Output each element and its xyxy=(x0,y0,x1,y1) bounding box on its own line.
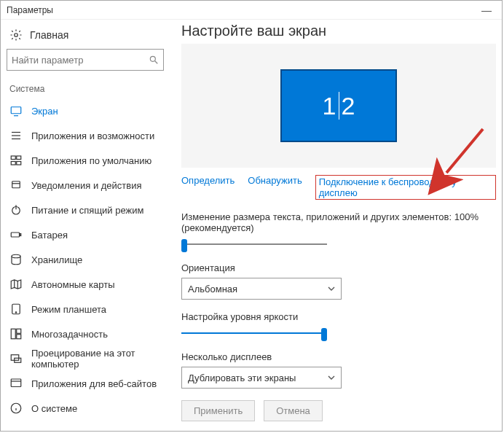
svg-rect-28 xyxy=(11,379,21,387)
sidebar-item-notifications[interactable]: Уведомления и действия xyxy=(7,173,164,198)
monitor-id-right: 2 xyxy=(342,92,355,120)
chevron-down-icon xyxy=(328,374,335,381)
svg-rect-26 xyxy=(11,355,19,361)
chevron-down-icon xyxy=(328,285,335,292)
sidebar-nav: Экран Приложения и возможности Приложени… xyxy=(7,98,164,421)
gear-icon xyxy=(9,28,23,42)
display-icon xyxy=(9,104,23,117)
monitor-id-left: 1 xyxy=(323,92,336,120)
sidebar-item-multitasking[interactable]: Многозадачность xyxy=(7,321,164,346)
svg-point-1 xyxy=(150,56,155,61)
section-label: Система xyxy=(7,81,164,97)
sidebar-item-offline-maps[interactable]: Автономные карты xyxy=(7,272,164,297)
minimize-button[interactable]: — xyxy=(477,4,496,16)
sidebar-item-apps-features[interactable]: Приложения и возможности xyxy=(7,123,164,148)
svg-rect-12 xyxy=(12,182,20,188)
search-icon xyxy=(149,55,159,65)
info-icon xyxy=(9,402,23,415)
battery-icon xyxy=(9,228,23,241)
display-links: Определить Обнаружить Подключение к бесп… xyxy=(181,175,496,200)
sidebar-item-projecting[interactable]: Проецирование на этот компьютер xyxy=(7,346,164,371)
settings-window: Параметры — Главная Систе xyxy=(0,0,503,432)
svg-point-22 xyxy=(15,312,17,313)
orientation-value: Альбомная xyxy=(188,284,237,294)
scale-slider[interactable] xyxy=(181,238,327,251)
apply-button[interactable]: Применить xyxy=(181,400,255,421)
orientation-select[interactable]: Альбомная xyxy=(181,278,342,300)
sidebar-item-display[interactable]: Экран xyxy=(7,98,164,123)
brightness-label: Настройка уровня яркости xyxy=(181,311,496,322)
sidebar-item-tablet-mode[interactable]: Режим планшета xyxy=(7,297,164,321)
page-title: Настройте ваш экран xyxy=(181,20,496,44)
home-label: Главная xyxy=(30,29,68,41)
svg-point-18 xyxy=(12,254,20,258)
svg-line-2 xyxy=(155,61,158,64)
multitask-icon xyxy=(9,327,23,340)
sidebar-item-label: Режим планшета xyxy=(31,304,106,315)
window-title: Параметры xyxy=(7,5,53,15)
svg-rect-17 xyxy=(20,234,21,236)
svg-rect-24 xyxy=(17,329,21,333)
titlebar: Параметры — xyxy=(1,1,502,20)
multi-display-value: Дублировать эти экраны xyxy=(188,372,296,383)
brightness-slider[interactable] xyxy=(181,327,327,340)
svg-rect-16 xyxy=(11,233,19,237)
project-icon xyxy=(9,352,23,365)
sidebar-item-label: Многозадачность xyxy=(31,329,108,340)
sidebar-item-label: Питание и спящий режим xyxy=(31,205,143,216)
svg-rect-11 xyxy=(17,162,21,165)
svg-point-0 xyxy=(15,34,18,37)
sidebar-item-label: Приложения для веб-сайтов xyxy=(31,378,157,389)
sidebar-item-storage[interactable]: Хранилище xyxy=(7,247,164,272)
sidebar-item-label: Батарея xyxy=(31,230,68,241)
detect-link[interactable]: Обнаружить xyxy=(248,175,302,200)
sidebar-item-battery[interactable]: Батарея xyxy=(7,222,164,247)
storage-icon xyxy=(9,253,23,266)
main-panel: Настройте ваш экран 1 2 Определить Обнар… xyxy=(170,20,502,431)
home-button[interactable]: Главная xyxy=(7,24,164,49)
sidebar: Главная Система Экран Приложения и возмо… xyxy=(1,20,170,431)
websites-icon xyxy=(9,377,23,390)
cancel-button[interactable]: Отмена xyxy=(264,400,323,421)
svg-rect-23 xyxy=(11,329,15,339)
svg-rect-9 xyxy=(17,156,21,160)
sidebar-item-apps-for-websites[interactable]: Приложения для веб-сайтов xyxy=(7,371,164,396)
monitor-divider xyxy=(339,92,339,120)
sidebar-item-label: Автономные карты xyxy=(31,279,115,290)
display-preview: 1 2 xyxy=(181,44,496,168)
svg-rect-8 xyxy=(11,156,15,160)
multi-display-label: Несколько дисплеев xyxy=(181,351,496,362)
multi-display-select[interactable]: Дублировать эти экраны xyxy=(181,367,342,389)
wireless-display-link[interactable]: Подключение к беспроводному дисплею xyxy=(315,175,496,200)
search-input[interactable] xyxy=(12,55,149,66)
sidebar-item-about[interactable]: О системе xyxy=(7,396,164,421)
identify-link[interactable]: Определить xyxy=(181,175,235,200)
default-apps-icon xyxy=(9,154,23,167)
sidebar-item-label: Экран xyxy=(31,106,58,117)
sidebar-item-label: Приложения и возможности xyxy=(31,130,154,141)
svg-rect-3 xyxy=(11,107,21,114)
map-icon xyxy=(9,278,23,291)
notifications-icon xyxy=(9,179,23,192)
tablet-icon xyxy=(9,303,23,316)
search-box[interactable] xyxy=(7,49,164,71)
sidebar-item-label: Проецирование на этот компьютер xyxy=(31,348,161,370)
power-icon xyxy=(9,203,23,216)
svg-rect-25 xyxy=(17,335,21,339)
monitor-tile[interactable]: 1 2 xyxy=(280,69,397,142)
sidebar-item-label: Хранилище xyxy=(31,254,82,265)
sidebar-item-label: Уведомления и действия xyxy=(31,180,142,191)
sidebar-item-label: О системе xyxy=(31,403,77,414)
scale-label: Изменение размера текста, приложений и д… xyxy=(181,211,496,233)
sidebar-item-label: Приложения по умолчанию xyxy=(31,155,151,166)
svg-rect-10 xyxy=(11,162,15,165)
sidebar-item-default-apps[interactable]: Приложения по умолчанию xyxy=(7,148,164,173)
apps-icon xyxy=(9,129,23,142)
sidebar-item-power-sleep[interactable]: Питание и спящий режим xyxy=(7,198,164,222)
orientation-label: Ориентация xyxy=(181,262,496,273)
